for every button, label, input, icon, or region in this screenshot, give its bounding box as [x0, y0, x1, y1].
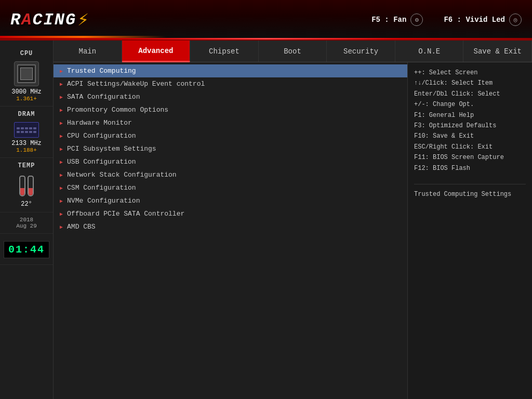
vivid-led-icon: ◎ — [509, 14, 522, 26]
panels: ▶Trusted Computing▶ACPI Settings/WakeUp … — [54, 62, 532, 399]
fn5-key: F5 : Fan — [371, 16, 406, 24]
menu-item-network-stack[interactable]: ▶Network Stack Configuration — [54, 168, 407, 181]
tab-chipset[interactable]: Chipset — [190, 41, 259, 62]
header-controls: F5 : Fan ⚙ F6 : Vivid Led ◎ — [371, 14, 522, 26]
cpu-section: CPU 3000 MHz 1.361+ — [0, 46, 53, 107]
sidebar: CPU 3000 MHz 1.361+ DRAM 2133 MHz 1.188+ — [0, 41, 54, 399]
logo-text: RACING — [10, 10, 76, 30]
arrow-icon: ▶ — [60, 133, 63, 139]
logo-lightning: ⚡ — [77, 8, 89, 31]
date-year: 2018 — [20, 217, 33, 223]
tab-one[interactable]: O.N.E — [395, 41, 464, 62]
arrow-icon: ▶ — [60, 107, 63, 113]
arrow-icon: ▶ — [60, 81, 63, 87]
dram-label: DRAM — [18, 111, 35, 118]
menu-item-trusted-computing[interactable]: ▶Trusted Computing — [54, 64, 407, 77]
header: RACING ⚡ F5 : Fan ⚙ F6 : Vivid Led ◎ — [0, 0, 532, 41]
temp-label: TEMP — [18, 162, 35, 169]
temp-value: 22° — [21, 201, 32, 208]
arrow-icon: ▶ — [60, 120, 63, 126]
arrow-icon: ▶ — [60, 198, 63, 204]
menu-item-nvme-config[interactable]: ▶NVMe Configuration — [54, 194, 407, 207]
logo-stripe — [0, 36, 166, 38]
menu-item-csm-config[interactable]: ▶CSM Configuration — [54, 181, 407, 194]
temp-section: TEMP 22° — [0, 158, 53, 212]
logo: RACING ⚡ — [10, 8, 89, 31]
fn6-key: F6 : Vivid Led — [444, 16, 505, 24]
fn5-button[interactable]: F5 : Fan ⚙ — [371, 14, 423, 26]
menu-item-pci-subsystem[interactable]: ▶PCI Subsystem Settings — [54, 142, 407, 155]
menu-item-acpi-settings[interactable]: ▶ACPI Settings/WakeUp Event control — [54, 77, 407, 90]
help-panel: ++: Select Screen ↑↓/Click: Select Item … — [407, 62, 532, 399]
cpu-chip-graphic — [17, 64, 36, 83]
date-section: 2018 Aug 29 — [0, 212, 53, 234]
arrow-icon: ▶ — [60, 146, 63, 152]
cpu-speed: 3000 MHz — [11, 88, 42, 96]
clock-display: 01:44 — [4, 241, 49, 258]
content-area: Main Advanced Chipset Boot Security O.N.… — [54, 41, 532, 399]
fn6-button[interactable]: F6 : Vivid Led ◎ — [444, 14, 522, 26]
tab-save-exit[interactable]: Save & Exit — [463, 41, 532, 62]
menu-item-hardware-monitor[interactable]: ▶Hardware Monitor — [54, 116, 407, 129]
cpu-icon — [14, 61, 39, 86]
arrow-icon: ▶ — [60, 211, 63, 217]
dram-speed: 2133 MHz — [11, 140, 42, 147]
cpu-voltage: 1.361+ — [16, 96, 37, 102]
arrow-icon: ▶ — [60, 185, 63, 191]
tab-main[interactable]: Main — [54, 41, 122, 62]
temp-icon — [14, 174, 39, 198]
tab-advanced[interactable]: Advanced — [122, 41, 191, 62]
dram-voltage: 1.188+ — [16, 147, 37, 153]
menu-item-sata-config[interactable]: ▶SATA Configuration — [54, 90, 407, 103]
nav-tabs: Main Advanced Chipset Boot Security O.N.… — [54, 41, 532, 62]
menu-item-cpu-config[interactable]: ▶CPU Configuration — [54, 129, 407, 142]
dram-section: DRAM 2133 MHz 1.188+ — [0, 107, 53, 158]
keyboard-shortcuts: ++: Select Screen ↑↓/Click: Select Item … — [414, 68, 526, 174]
dram-icon — [14, 122, 39, 138]
date-day: Aug 29 — [16, 223, 37, 229]
clock-section: 01:44 — [0, 234, 53, 265]
arrow-icon: ▶ — [60, 172, 63, 178]
arrow-icon: ▶ — [60, 68, 63, 74]
arrow-icon: ▶ — [60, 159, 63, 165]
menu-item-amd-cbs[interactable]: ▶AMD CBS — [54, 220, 407, 233]
tab-security[interactable]: Security — [327, 41, 395, 62]
cpu-label: CPU — [20, 50, 33, 57]
fan-icon: ⚙ — [410, 14, 423, 26]
arrow-icon: ▶ — [60, 94, 63, 100]
menu-item-usb-config[interactable]: ▶USB Configuration — [54, 155, 407, 168]
tab-boot[interactable]: Boot — [259, 41, 327, 62]
arrow-icon: ▶ — [60, 224, 63, 230]
menu-item-promontory[interactable]: ▶Promontory Common Options — [54, 103, 407, 116]
menu-item-offboard-pcie[interactable]: ▶Offboard PCIe SATA Controller — [54, 207, 407, 220]
menu-panel[interactable]: ▶Trusted Computing▶ACPI Settings/WakeUp … — [54, 62, 407, 399]
thermometer-graphic — [19, 176, 34, 196]
main-layout: CPU 3000 MHz 1.361+ DRAM 2133 MHz 1.188+ — [0, 41, 532, 399]
help-description: Trusted Computing Settings — [414, 184, 526, 200]
